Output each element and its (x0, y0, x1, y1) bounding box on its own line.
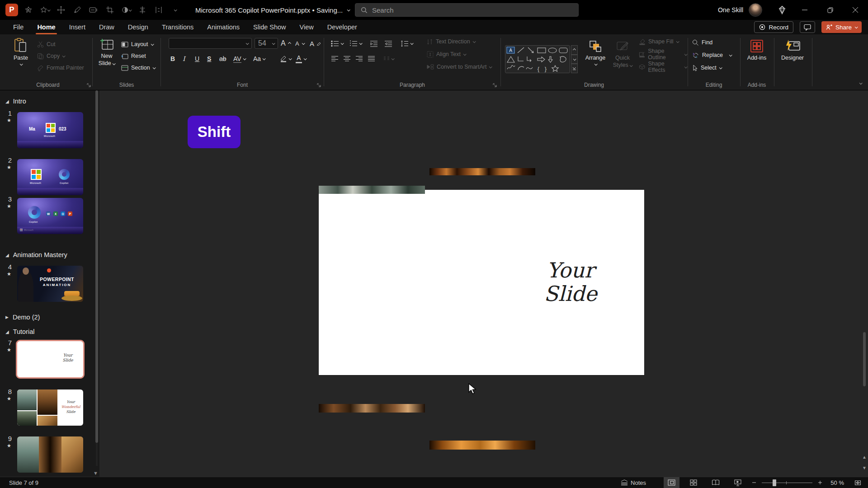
grow-font-button[interactable]: A (281, 38, 291, 49)
slide-sorter-button[interactable] (686, 477, 701, 488)
section-header-intro[interactable]: ◢ Intro (5, 98, 26, 105)
shape-outline-button[interactable]: Shape Outline (639, 49, 687, 60)
document-title-group[interactable]: Microsoft 365 Copilot PowerPoint.pptx • … (195, 0, 349, 20)
ink-pen-icon[interactable] (72, 5, 82, 15)
normal-view-button[interactable] (664, 477, 679, 488)
numbering-dropdown-icon[interactable] (359, 42, 363, 45)
format-painter-button[interactable]: Format Painter (37, 62, 84, 73)
close-button[interactable] (843, 0, 868, 20)
tab-view[interactable]: View (293, 20, 321, 34)
section-button[interactable]: Section (121, 62, 155, 73)
align-objects-icon[interactable] (137, 5, 147, 15)
quick-styles-button[interactable]: QuickStyles (610, 36, 635, 69)
shapes-scroll-up[interactable] (571, 45, 578, 55)
tab-developer[interactable]: Developer (321, 20, 364, 34)
share-dropdown-icon[interactable] (855, 25, 858, 28)
new-slide-dropdown-icon[interactable] (113, 62, 116, 65)
slide-thumbnail-9[interactable] (17, 436, 83, 473)
slide-thumbnail-7-selected[interactable]: YourSlide (16, 340, 85, 379)
font-name-combobox[interactable] (169, 38, 252, 49)
bold-button[interactable]: B (170, 55, 183, 62)
record-button[interactable]: Record (754, 21, 793, 33)
select-button[interactable]: Select (692, 62, 722, 73)
avatar[interactable] (749, 3, 762, 17)
previous-slide-button[interactable]: ▲ (862, 455, 867, 460)
zoom-out-button[interactable] (750, 477, 758, 488)
text-direction-button[interactable]: Text Direction (427, 36, 475, 47)
section-header-demo[interactable]: ▶ Demo (2) (5, 314, 40, 321)
shapes-scroll-down[interactable] (571, 55, 578, 64)
convert-smartart-button[interactable]: Convert to SmartArt (427, 61, 491, 72)
replace-button[interactable]: bc Replace (692, 50, 731, 61)
find-button[interactable]: Find (692, 37, 712, 48)
keycast-icon[interactable] (89, 5, 99, 15)
search-input[interactable] (372, 6, 573, 14)
sidebar-scroll-down-icon[interactable]: ▼ (93, 470, 98, 476)
section-header-tutorial[interactable]: ◢ Tutorial (5, 328, 35, 335)
search-bar[interactable] (355, 3, 579, 17)
move-icon[interactable] (56, 5, 66, 15)
minimize-button[interactable] (792, 0, 817, 20)
slide-thumbnail-8[interactable]: YourWonderfulSlide (17, 389, 83, 426)
canvas-scrollbar-thumb[interactable] (863, 332, 866, 386)
canvas-scrollbar[interactable]: ▲ ▼ (862, 90, 867, 477)
italic-button[interactable]: I (183, 55, 195, 62)
addins-button[interactable]: Add-ins (743, 35, 771, 62)
font-dialog-launcher[interactable] (317, 83, 321, 88)
shapes-gallery[interactable]: A { } (505, 45, 570, 73)
crop-icon[interactable] (105, 5, 115, 15)
powerpoint-app-icon[interactable]: P (5, 4, 18, 16)
zoom-slider[interactable] (762, 483, 812, 483)
shrink-font-button[interactable]: A (295, 38, 304, 49)
paragraph-dialog-launcher[interactable] (493, 83, 497, 88)
slide-thumbnail-1[interactable]: Ma 023 Microsoft (17, 112, 83, 148)
zoom-in-button[interactable] (816, 477, 824, 488)
font-color-button[interactable]: A (296, 54, 306, 63)
sidebar-scrollbar-thumb[interactable] (95, 90, 98, 443)
tab-draw[interactable]: Draw (92, 20, 121, 34)
slideshow-button[interactable] (730, 477, 745, 488)
font-size-combobox[interactable]: 54 (255, 38, 278, 49)
copy-button[interactable]: Copy (37, 51, 65, 61)
clipboard-dialog-launcher[interactable] (87, 83, 91, 88)
tab-home[interactable]: Home (30, 20, 62, 34)
reading-view-button[interactable] (708, 477, 724, 488)
bullets-icon[interactable] (331, 40, 339, 47)
strikethrough-button[interactable]: ab (219, 55, 233, 62)
slide-thumbnail-3[interactable]: Copilot W X O P Microsoft (17, 198, 83, 234)
sidebar-scrollbar[interactable]: ▼ (95, 90, 99, 477)
restore-button[interactable] (817, 0, 843, 20)
fit-to-window-button[interactable] (850, 477, 865, 488)
slide-thumbnail-4[interactable]: POWERPOINT ANIMATION (17, 266, 83, 302)
columns-button[interactable] (383, 56, 394, 61)
bullets-dropdown-icon[interactable] (341, 42, 344, 45)
next-slide-button[interactable]: ▼ (862, 465, 867, 470)
numbering-icon[interactable] (349, 40, 358, 47)
paste-button[interactable]: Paste (8, 34, 33, 66)
collapse-ribbon-button[interactable] (859, 78, 862, 86)
line-spacing-icon[interactable] (401, 40, 409, 47)
tab-slideshow[interactable]: Slide Show (246, 20, 293, 34)
underline-button[interactable]: U (195, 55, 207, 62)
notes-button[interactable]: Notes (617, 477, 650, 488)
diamond-icon[interactable] (772, 0, 792, 20)
clear-formatting-button[interactable]: A (310, 38, 321, 49)
arrange-button[interactable]: Arrange (582, 36, 609, 66)
tab-design[interactable]: Design (121, 20, 155, 34)
layout-button[interactable]: Layout (121, 39, 153, 50)
shape-fill-button[interactable]: Shape Fill (639, 36, 679, 47)
decrease-indent-icon[interactable] (370, 40, 378, 47)
paste-dropdown-icon[interactable] (19, 62, 23, 66)
tab-insert[interactable]: Insert (62, 20, 92, 34)
align-text-button[interactable]: Align Text (427, 49, 466, 60)
shadow-text-button[interactable]: S (207, 55, 219, 62)
cut-button[interactable]: Cut (37, 39, 55, 50)
reset-button[interactable]: Reset (121, 51, 146, 61)
slide-thumbnail-2[interactable]: Microsoft Copilot (17, 159, 83, 195)
slide-title-text[interactable]: YourSlide (537, 258, 604, 305)
share-button[interactable]: Share (821, 21, 862, 33)
shadow-circle-icon[interactable] (121, 5, 131, 15)
justify-icon[interactable] (368, 56, 375, 62)
qat-overflow-icon[interactable] (170, 5, 180, 15)
zoom-level[interactable]: 50 % (824, 479, 844, 486)
